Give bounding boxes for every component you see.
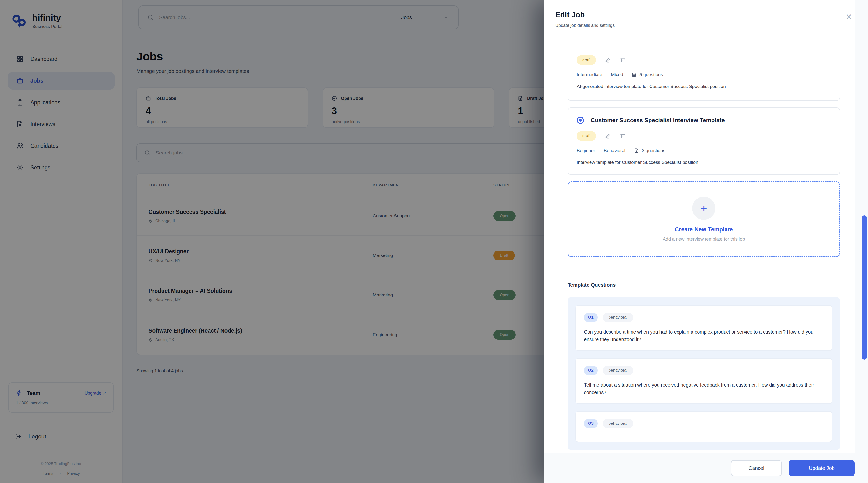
template-card[interactable]: draft Intermediate Mixed 5 questions AI-… [567, 39, 840, 101]
questions-container: Q1 behavioral Can you describe a time wh… [567, 297, 840, 450]
question-type-tag: behavioral [602, 366, 633, 375]
question-type-tag: behavioral [602, 419, 633, 428]
edit-pencil-icon[interactable] [605, 57, 611, 63]
template-questions-title: Template Questions [567, 282, 840, 288]
radio-selected-icon[interactable] [577, 117, 584, 124]
template-question-count: 3 questions [642, 148, 665, 153]
template-level: Intermediate [577, 72, 602, 77]
question-number-badge: Q3 [584, 419, 598, 428]
delete-trash-icon[interactable] [620, 133, 626, 139]
question-card: Q1 behavioral Can you describe a time wh… [575, 305, 832, 351]
edit-pencil-icon[interactable] [605, 133, 611, 139]
modal-header: Edit Job Update job details and settings [544, 0, 855, 39]
modal-scrollbar-thumb[interactable] [862, 216, 867, 360]
question-card: Q2 behavioral Tell me about a situation … [575, 358, 832, 404]
update-job-button[interactable]: Update Job [789, 460, 855, 476]
template-card-selected[interactable]: Customer Success Specialist Interview Te… [567, 107, 840, 175]
create-template-subtitle: Add a new interview template for this jo… [662, 236, 745, 242]
question-type-tag: behavioral [602, 313, 633, 322]
file-icon [632, 72, 637, 77]
modal-title: Edit Job [555, 10, 855, 19]
section-divider [567, 268, 840, 268]
template-level: Beginner [577, 148, 595, 153]
delete-trash-icon[interactable] [620, 57, 626, 63]
plus-icon: + [692, 197, 715, 220]
modal-subtitle: Update job details and settings [555, 23, 855, 28]
template-status-tag: draft [577, 131, 596, 141]
question-card: Q3 behavioral [575, 411, 832, 442]
create-template-title: Create New Template [675, 226, 733, 233]
cancel-button[interactable]: Cancel [731, 460, 782, 476]
edit-job-modal: Edit Job Update job details and settings… [544, 0, 868, 483]
modal-scrollbar-track[interactable] [855, 0, 868, 453]
template-title: Customer Success Specialist Interview Te… [591, 117, 725, 124]
template-status-tag: draft [577, 55, 596, 65]
template-question-count: 5 questions [640, 72, 663, 77]
template-type: Behavioral [604, 148, 625, 153]
question-number-badge: Q2 [584, 366, 598, 375]
template-description: Interview template for Customer Success … [577, 159, 813, 166]
template-type: Mixed [611, 72, 623, 77]
template-description: AI-generated interview template for Cust… [577, 83, 813, 90]
close-icon[interactable]: ✕ [845, 13, 852, 21]
modal-body: draft Intermediate Mixed 5 questions AI-… [544, 39, 855, 453]
modal-footer: Cancel Update Job [544, 453, 868, 483]
create-new-template-button[interactable]: + Create New Template Add a new intervie… [567, 182, 840, 257]
question-text: Can you describe a time when you had to … [584, 328, 824, 343]
question-text: Tell me about a situation where you rece… [584, 381, 824, 396]
question-number-badge: Q1 [584, 313, 598, 322]
file-icon [634, 148, 639, 153]
